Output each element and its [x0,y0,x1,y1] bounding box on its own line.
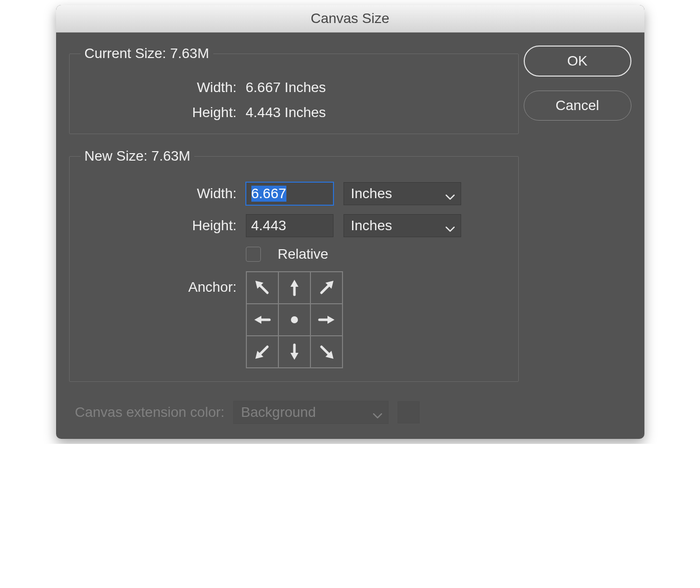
anchor-left[interactable] [246,304,278,336]
canvas-extension-select: Background [233,401,389,424]
dialog-right-column: OK Cancel [519,46,631,424]
ok-button[interactable]: OK [524,46,631,77]
cancel-button[interactable]: Cancel [524,91,631,121]
new-size-group: New Size: 7.63M Width: Inches [69,148,519,382]
canvas-extension-color-swatch [398,401,420,423]
anchor-right[interactable] [310,304,342,336]
width-input[interactable] [246,182,333,205]
dialog-title: Canvas Size [310,11,389,27]
current-size-legend: Current Size: 7.63M [81,46,213,62]
relative-row: Relative [81,246,507,262]
dialog-content: Current Size: 7.63M Width: 6.667 Inches … [56,33,644,439]
current-size-legend-prefix: Current Size: [85,46,170,61]
svg-marker-7 [254,316,261,324]
width-unit-select[interactable]: Inches [343,182,461,205]
height-unit-value: Inches [351,218,393,234]
chevron-down-icon [373,407,382,423]
anchor-controls [246,271,507,368]
canvas-extension-row: Canvas extension color: Background [69,401,519,424]
new-width-row: Width: Inches [81,182,507,205]
new-size-legend: New Size: 7.63M [81,148,195,164]
anchor-bottom-right[interactable] [310,336,342,368]
svg-point-8 [291,316,298,323]
anchor-bottom-left[interactable] [246,336,278,368]
current-width-label: Width: [81,80,246,96]
anchor-row: Anchor: [81,271,507,368]
anchor-top[interactable] [278,272,310,304]
current-height-row: Height: 4.443 Inches [81,105,507,121]
current-width-row: Width: 6.667 Inches [81,80,507,96]
anchor-top-left[interactable] [246,272,278,304]
canvas-extension-value: Background [241,404,315,420]
anchor-label: Anchor: [81,271,246,295]
current-size-group: Current Size: 7.63M Width: 6.667 Inches … [69,46,519,134]
height-input[interactable] [246,214,333,237]
svg-marker-14 [290,353,298,360]
dialog-titlebar: Canvas Size [56,5,644,33]
chevron-down-icon [446,220,455,236]
width-unit-value: Inches [351,186,393,202]
new-size-value: 7.63M [151,148,190,164]
new-height-row: Height: Inches [81,214,507,237]
new-size-legend-prefix: New Size: [85,148,152,164]
current-size-value: 7.63M [170,46,209,61]
svg-marker-3 [290,280,298,287]
dialog-left-column: Current Size: 7.63M Width: 6.667 Inches … [69,46,519,424]
canvas-size-dialog: Canvas Size Current Size: 7.63M Width: 6… [56,5,644,439]
current-height-label: Height: [81,105,246,121]
current-width-value: 6.667 Inches [246,80,507,96]
relative-controls: Relative [246,246,507,262]
new-height-label: Height: [81,218,246,234]
new-height-controls: Inches [246,214,507,237]
height-unit-select[interactable]: Inches [343,214,461,237]
current-height-value: 4.443 Inches [246,105,507,121]
relative-label: Relative [278,246,328,262]
svg-marker-10 [327,316,334,324]
new-width-controls: Inches [246,182,507,205]
anchor-top-right[interactable] [310,272,342,304]
new-width-label: Width: [81,186,246,202]
chevron-down-icon [446,188,455,204]
anchor-bottom[interactable] [278,336,310,368]
relative-checkbox[interactable] [246,247,261,262]
anchor-center[interactable] [278,304,310,336]
anchor-grid [246,271,343,368]
canvas-extension-label: Canvas extension color: [75,404,225,420]
